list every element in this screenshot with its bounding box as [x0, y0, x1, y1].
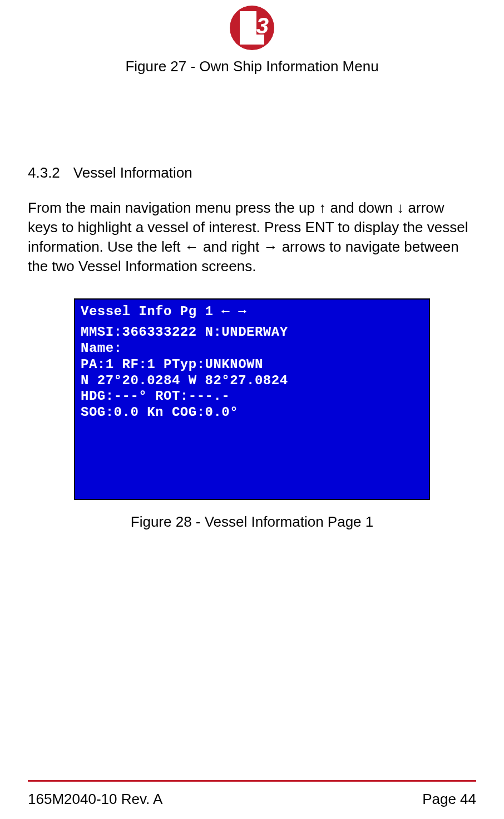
- screen-title: Vessel Info Pg 1 ← →: [81, 304, 423, 320]
- screen-line: SOG:0.0 Kn COG:0.0°: [81, 405, 423, 421]
- screen-line: PA:1 RF:1 PTyp:UNKNOWN: [81, 357, 423, 373]
- logo-3-text: 3: [256, 14, 269, 37]
- section-title: Vessel Information: [73, 164, 192, 181]
- figure-27-caption: Figure 27 - Own Ship Information Menu: [28, 58, 476, 75]
- section-heading: 4.3.2Vessel Information: [28, 164, 476, 182]
- l3-logo: 3: [230, 6, 274, 50]
- logo-wrap: 3: [28, 6, 476, 52]
- vessel-info-screen: Vessel Info Pg 1 ← → MMSI:366333222 N:UN…: [74, 298, 430, 500]
- screen-line: HDG:---° ROT:---.-: [81, 389, 423, 405]
- body-paragraph: From the main navigation menu press the …: [28, 198, 476, 276]
- page-footer: 165M2040-10 Rev. A Page 44: [28, 780, 476, 808]
- screen-line: Name:: [81, 341, 423, 357]
- screen-line: N 27°20.0284 W 82°27.0824: [81, 373, 423, 389]
- section-number: 4.3.2: [28, 164, 60, 182]
- footer-right: Page 44: [422, 791, 476, 808]
- footer-left: 165M2040-10 Rev. A: [28, 791, 162, 808]
- figure-28-caption: Figure 28 - Vessel Information Page 1: [28, 513, 476, 531]
- screen-line: MMSI:366333222 N:UNDERWAY: [81, 325, 423, 341]
